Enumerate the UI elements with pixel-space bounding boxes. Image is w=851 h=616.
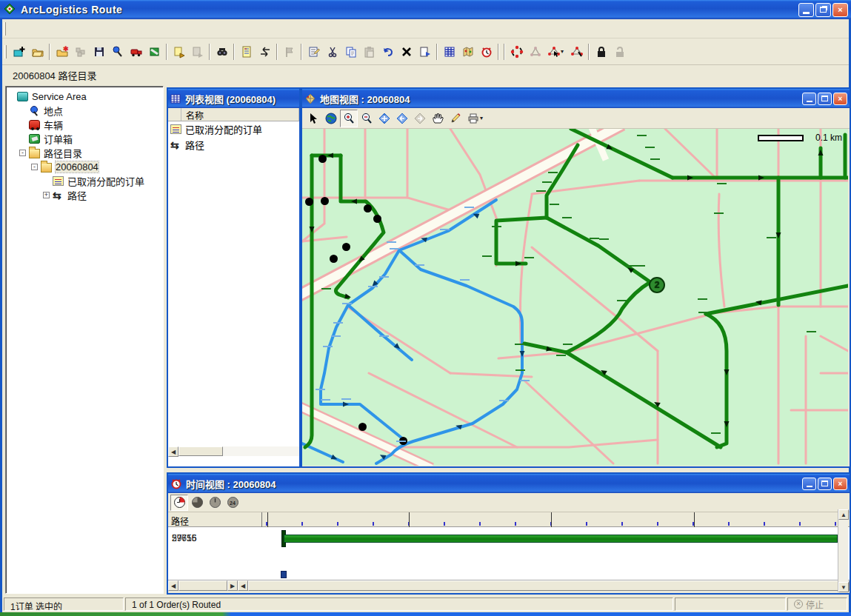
tree-item[interactable]: 订单箱 — [19, 132, 161, 146]
list-row-label[interactable]: 已取消分配的订单 — [185, 122, 262, 136]
tree-item-label[interactable]: 订单箱 — [44, 132, 73, 146]
close-button[interactable]: × — [832, 3, 848, 17]
map-stop-label[interactable] — [626, 265, 635, 267]
tree-item[interactable]: 地点 — [19, 104, 161, 118]
restore-button[interactable] — [815, 3, 831, 17]
map-canvas[interactable]: 2 0.1 km — [302, 129, 848, 466]
time-close-button[interactable]: × — [833, 478, 847, 490]
import-orders-icon[interactable] — [170, 42, 188, 61]
zoom-out-icon[interactable] — [358, 110, 376, 127]
tree-item[interactable]: Service Area — [7, 90, 161, 104]
duplicate-icon[interactable] — [416, 42, 434, 61]
tree-item-label[interactable]: 车辆 — [44, 118, 63, 132]
map-stop-label[interactable] — [698, 312, 708, 313]
tree-item[interactable]: 车辆 — [19, 118, 161, 132]
map-stop-label[interactable] — [637, 135, 647, 136]
map-stop-label[interactable] — [711, 432, 721, 434]
list-header-icon-column[interactable] — [168, 108, 181, 121]
map-stop-label[interactable] — [396, 441, 406, 442]
map-stop-label[interactable] — [492, 226, 501, 227]
tree-item-label[interactable]: Service Area — [32, 91, 87, 102]
tree-expander-icon[interactable]: - — [19, 150, 26, 156]
list-view-icon[interactable] — [440, 42, 458, 61]
pan-hand-icon[interactable] — [429, 110, 447, 127]
menu-item[interactable] — [62, 20, 76, 37]
delete-icon[interactable] — [397, 42, 416, 61]
select-arrow-icon[interactable] — [304, 110, 322, 127]
scroll-right-icon[interactable]: ▶ — [227, 580, 238, 591]
tree-item-label[interactable]: 20060804 — [56, 161, 99, 173]
list-row[interactable]: 路径 — [168, 137, 299, 153]
map-stop-label[interactable] — [807, 331, 816, 332]
map-stop-label[interactable] — [717, 183, 727, 184]
map-stop-label[interactable] — [379, 276, 389, 278]
map-stop-label[interactable] — [379, 335, 389, 337]
menu-item[interactable] — [89, 20, 102, 37]
map-stop-label[interactable] — [617, 300, 627, 301]
map-view-titlebar[interactable]: 地图视图 : 20060804 × — [302, 89, 850, 108]
map-stop-label[interactable] — [331, 335, 341, 337]
sequence-disabled-icon[interactable] — [526, 42, 544, 61]
map-minimize-button[interactable] — [802, 93, 816, 105]
new-service-icon[interactable] — [10, 42, 28, 61]
zoom-in-icon[interactable] — [340, 110, 358, 127]
tree-item[interactable]: + 路径 — [43, 188, 161, 202]
save-icon[interactable] — [90, 42, 108, 61]
time-maximize-button[interactable] — [818, 478, 832, 490]
clock-24h-icon[interactable]: 24 — [224, 495, 241, 511]
select-route-dropdown-icon[interactable]: ▾ — [561, 48, 567, 55]
map-stop-label[interactable] — [515, 369, 525, 371]
menu-item[interactable] — [22, 20, 36, 37]
unselect-route-icon[interactable] — [567, 42, 586, 61]
lock-icon[interactable] — [592, 42, 610, 61]
time-vertical-scrollbar[interactable]: ▲ ▼ — [838, 509, 848, 592]
tree-item-label[interactable]: 路径目录 — [44, 146, 82, 160]
route-tools-icon[interactable] — [256, 42, 274, 61]
map-stop-label[interactable] — [387, 241, 396, 243]
menu-item[interactable] — [49, 20, 62, 37]
find-icon[interactable] — [213, 42, 231, 61]
scroll-left-icon[interactable]: ◀ — [238, 580, 248, 591]
tree-item[interactable]: 已取消分配的订单 — [43, 174, 161, 188]
scroll-up-icon[interactable]: ▲ — [838, 509, 849, 520]
map-stop-label[interactable] — [635, 265, 645, 267]
map-stop-label[interactable] — [368, 286, 378, 287]
list-horizontal-scrollbar[interactable]: ◀ — [168, 446, 299, 456]
time-cursor-marker[interactable] — [281, 571, 287, 578]
map-stop-label[interactable] — [650, 158, 660, 160]
map-close-button[interactable]: × — [833, 93, 847, 105]
copy-icon[interactable] — [341, 42, 360, 61]
routes-column-header[interactable]: 路径 — [171, 515, 189, 527]
map-stop-label[interactable] — [515, 344, 524, 345]
back-extent-icon[interactable] — [393, 110, 411, 127]
build-routes-icon[interactable] — [507, 42, 526, 61]
tree-expander-icon[interactable]: - — [31, 164, 38, 170]
scroll-thumb[interactable] — [178, 580, 227, 591]
map-stop-label[interactable] — [698, 298, 707, 300]
clock-full-icon[interactable] — [206, 495, 224, 511]
open-icon[interactable] — [28, 42, 47, 61]
orders-box-icon[interactable] — [145, 42, 164, 61]
map-stop-label[interactable] — [482, 255, 492, 257]
properties-icon[interactable] — [304, 42, 323, 61]
map-stop-label[interactable] — [390, 248, 399, 250]
menu-item[interactable] — [76, 20, 89, 37]
map-stop-label[interactable] — [520, 380, 530, 381]
map-stop-label[interactable] — [599, 238, 609, 240]
map-stop-label[interactable] — [323, 346, 333, 347]
map-stop-label[interactable] — [321, 399, 330, 401]
map-view-icon[interactable] — [458, 42, 477, 61]
list-view-titlebar[interactable]: 列表视图 (20060804) — [168, 89, 299, 108]
map-stop-label[interactable] — [460, 279, 470, 281]
draw-pencil-icon[interactable] — [447, 110, 464, 127]
menu-item[interactable] — [36, 20, 49, 37]
map-stop-label[interactable] — [590, 238, 599, 239]
map-stop-label[interactable] — [524, 257, 534, 258]
clock-quarter-icon[interactable] — [170, 495, 188, 511]
list-row-label[interactable]: 路径 — [185, 138, 204, 152]
vehicles-icon[interactable] — [127, 42, 145, 61]
list-header-name-column[interactable]: 名称 — [181, 108, 299, 121]
time-minimize-button[interactable] — [802, 478, 816, 490]
map-stop-label[interactable] — [542, 181, 552, 183]
map-stop-label[interactable] — [342, 303, 352, 304]
